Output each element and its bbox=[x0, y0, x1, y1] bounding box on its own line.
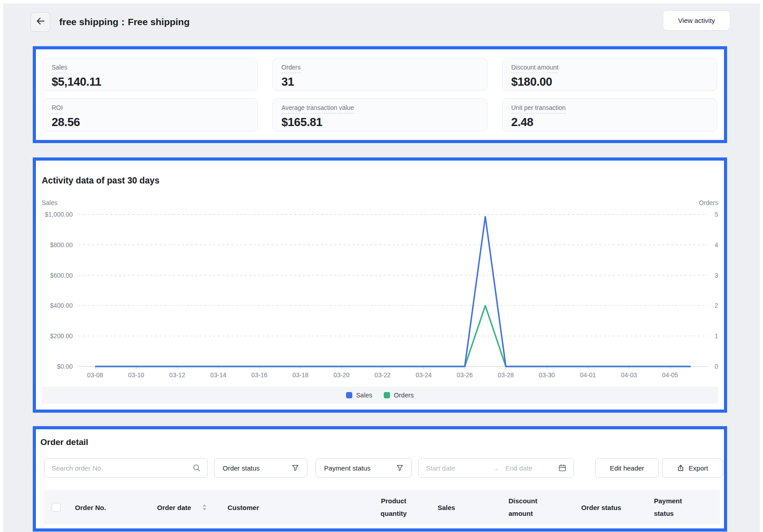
svg-text:03-24: 03-24 bbox=[416, 371, 432, 379]
svg-text:04-05: 04-05 bbox=[662, 371, 678, 379]
sales-swatch bbox=[346, 392, 352, 398]
column-header-payment-status[interactable]: Payment status bbox=[654, 495, 694, 520]
svg-text:$1,000.00: $1,000.00 bbox=[45, 211, 73, 218]
column-header-label: Order date bbox=[157, 504, 191, 511]
metric-card-orders: Orders 31 bbox=[272, 58, 487, 91]
svg-text:03-18: 03-18 bbox=[293, 371, 309, 379]
metric-card-unit-per-transaction: Unit per transaction 2.48 bbox=[502, 98, 717, 131]
orders-swatch bbox=[384, 392, 390, 398]
svg-text:03-30: 03-30 bbox=[539, 371, 555, 379]
svg-text:03-22: 03-22 bbox=[375, 371, 391, 379]
column-header-order-no[interactable]: Order No. bbox=[75, 490, 106, 525]
svg-text:2: 2 bbox=[715, 302, 718, 309]
svg-text:1: 1 bbox=[715, 332, 718, 340]
svg-text:$200.00: $200.00 bbox=[50, 332, 73, 340]
svg-text:5: 5 bbox=[715, 211, 718, 218]
column-header-discount-amount[interactable]: Discount amount bbox=[509, 495, 551, 520]
svg-text:03-20: 03-20 bbox=[333, 371, 350, 379]
svg-text:0: 0 bbox=[715, 363, 718, 370]
edit-header-button[interactable]: Edit header bbox=[595, 458, 659, 478]
metric-label: Average transaction value bbox=[281, 105, 354, 113]
back-button[interactable] bbox=[31, 12, 50, 32]
metric-card-discount-amount: Discount amount $180.00 bbox=[502, 58, 717, 91]
legend-item-sales[interactable]: Sales bbox=[346, 392, 372, 399]
order-detail-title: Order detail bbox=[40, 437, 88, 447]
metrics-section: Sales $5,140.11 Orders 31 Discount amoun… bbox=[33, 46, 727, 143]
activity-chart-section: Activity data of past 30 days $1,000.005… bbox=[33, 157, 727, 413]
svg-text:03-28: 03-28 bbox=[498, 371, 514, 379]
end-date-input[interactable]: End date bbox=[505, 464, 558, 472]
svg-text:03-10: 03-10 bbox=[128, 371, 145, 379]
order-table-header: Order No. Order date Customer Product qu… bbox=[44, 490, 720, 525]
svg-text:$400.00: $400.00 bbox=[50, 302, 73, 309]
svg-text:03-14: 03-14 bbox=[210, 371, 227, 379]
back-arrow-icon bbox=[35, 16, 45, 28]
page-title: free shipping：Free shipping bbox=[59, 12, 190, 32]
start-date-input[interactable]: Start date bbox=[426, 464, 492, 472]
order-detail-section: Order detail Order status Payment status… bbox=[33, 426, 727, 532]
metric-card-sales: Sales $5,140.11 bbox=[43, 58, 258, 91]
svg-text:04-01: 04-01 bbox=[580, 371, 596, 379]
date-range-picker[interactable]: Start date → End date bbox=[418, 458, 574, 478]
search-icon bbox=[193, 464, 201, 472]
sort-icon[interactable] bbox=[202, 504, 207, 511]
export-button-label: Export bbox=[688, 464, 708, 472]
filter-funnel-icon bbox=[292, 464, 299, 471]
svg-text:$800.00: $800.00 bbox=[50, 241, 73, 249]
order-search-input[interactable] bbox=[52, 464, 193, 472]
metric-card-roi: ROI 28.56 bbox=[43, 98, 258, 131]
metric-grid: Sales $5,140.11 Orders 31 Discount amoun… bbox=[36, 49, 724, 140]
metric-value: $165.81 bbox=[281, 116, 478, 128]
svg-text:Sales: Sales bbox=[42, 199, 57, 206]
metric-label: Orders bbox=[281, 64, 301, 73]
column-header-order-status[interactable]: Order status bbox=[581, 490, 621, 525]
metric-value: $5,140.11 bbox=[52, 75, 249, 88]
svg-text:$0.00: $0.00 bbox=[57, 363, 73, 370]
metric-label: ROI bbox=[52, 105, 63, 113]
column-header-customer[interactable]: Customer bbox=[228, 490, 259, 525]
export-button[interactable]: Export bbox=[662, 458, 723, 478]
chart-legend: Sales Orders bbox=[42, 387, 718, 404]
payment-status-filter-label: Payment status bbox=[324, 464, 370, 472]
export-icon bbox=[677, 464, 684, 472]
svg-text:$600.00: $600.00 bbox=[50, 272, 73, 279]
svg-text:03-16: 03-16 bbox=[251, 371, 267, 379]
view-activity-button[interactable]: View activity bbox=[663, 10, 730, 31]
svg-text:04-03: 04-03 bbox=[621, 371, 637, 379]
calendar-icon bbox=[558, 464, 566, 472]
line-chart: $1,000.005$800.004$600.003$400.002$200.0… bbox=[36, 161, 724, 385]
metric-value: $180.00 bbox=[511, 75, 708, 88]
svg-text:03-12: 03-12 bbox=[169, 371, 185, 379]
svg-text:Orders: Orders bbox=[699, 199, 718, 206]
order-status-filter-label: Order status bbox=[223, 464, 260, 472]
metric-value: 2.48 bbox=[511, 116, 708, 128]
legend-label: Orders bbox=[394, 392, 413, 399]
filter-funnel-icon bbox=[396, 464, 403, 471]
svg-text:03-26: 03-26 bbox=[457, 371, 473, 379]
metric-value: 28.56 bbox=[52, 116, 249, 128]
metric-value: 31 bbox=[281, 75, 478, 88]
legend-label: Sales bbox=[356, 392, 372, 399]
column-header-order-date[interactable]: Order date bbox=[157, 490, 207, 525]
payment-status-filter[interactable]: Payment status bbox=[316, 458, 412, 478]
metric-label: Discount amount bbox=[511, 64, 558, 73]
order-search-box[interactable] bbox=[44, 458, 208, 478]
svg-text:4: 4 bbox=[715, 241, 718, 249]
svg-text:03-08: 03-08 bbox=[87, 371, 103, 379]
legend-item-orders[interactable]: Orders bbox=[384, 392, 413, 399]
order-status-filter[interactable]: Order status bbox=[214, 458, 307, 478]
column-header-product-quantity[interactable]: Product quantity bbox=[373, 495, 414, 520]
date-range-arrow: → bbox=[492, 464, 499, 472]
metric-label: Sales bbox=[52, 64, 67, 73]
svg-text:3: 3 bbox=[715, 272, 718, 279]
column-header-sales[interactable]: Sales bbox=[438, 490, 455, 525]
select-all-checkbox[interactable] bbox=[52, 503, 61, 512]
metric-card-avg-transaction: Average transaction value $165.81 bbox=[272, 98, 487, 131]
metric-label: Unit per transaction bbox=[511, 105, 566, 113]
